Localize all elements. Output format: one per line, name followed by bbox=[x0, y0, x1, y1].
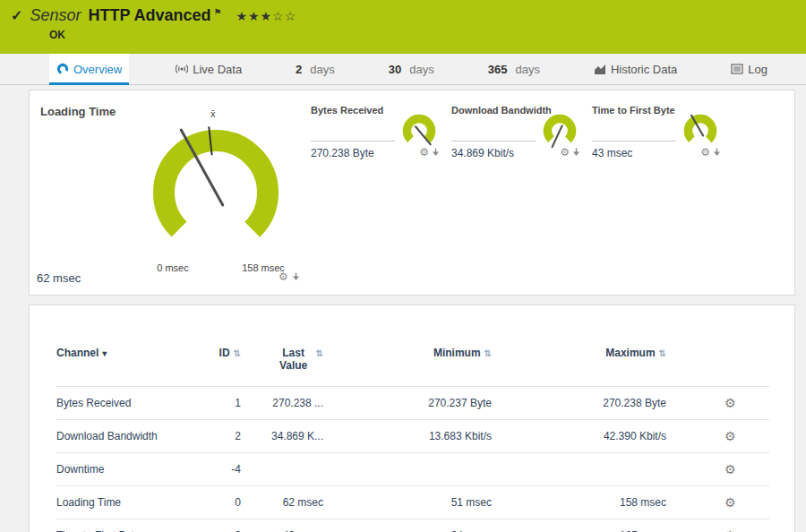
tab-label: Overview bbox=[73, 63, 122, 76]
channel-maximum: 270.238 Byte bbox=[492, 387, 666, 420]
historic-data-chart-icon bbox=[594, 63, 606, 75]
channel-maximum: 42.390 Kbit/s bbox=[492, 420, 666, 453]
gauge-pin-icon[interactable] bbox=[292, 272, 300, 281]
gauge-scale-min: 0 msec bbox=[144, 262, 202, 273]
mini-gauge-value: 43 msec bbox=[592, 147, 632, 159]
col-header-minimum[interactable]: Minimum⇅ bbox=[323, 341, 492, 387]
sensor-header: ✓ Sensor HTTP Advanced ⚑ ★★★☆☆ OK bbox=[0, 0, 806, 54]
channel-id: 1 bbox=[191, 387, 241, 420]
divider bbox=[451, 141, 536, 142]
main-gauge-title: Loading Time bbox=[40, 105, 116, 118]
overview-gauge-icon bbox=[56, 63, 69, 75]
channels-panel: Channel▾ ID⇅ Last Value⇅ Minimum⇅ Maximu… bbox=[29, 305, 795, 532]
channel-name-link[interactable]: Loading Time bbox=[56, 486, 191, 519]
priority-stars[interactable]: ★★★☆☆ bbox=[236, 9, 296, 23]
tab-label: days bbox=[409, 63, 433, 76]
channel-id: 0 bbox=[191, 486, 241, 519]
col-label: Maximum bbox=[605, 347, 655, 359]
col-header-id[interactable]: ID⇅ bbox=[191, 341, 241, 387]
channel-name-link[interactable]: Download Bandwidth bbox=[56, 420, 191, 453]
channel-maximum: 125 msec bbox=[492, 519, 666, 532]
col-header-maximum[interactable]: Maximum⇅ bbox=[492, 341, 666, 387]
mini-gauge-value: 270.238 Byte bbox=[311, 147, 374, 159]
tab-365-days[interactable]: 365 days bbox=[481, 54, 547, 84]
mini-gauge-bytes-received: Bytes Received 270.238 Byte ⚙ bbox=[311, 105, 442, 173]
mini-gauge-tools: ⚙ bbox=[419, 147, 440, 158]
tab-number: 30 bbox=[389, 63, 401, 76]
channel-settings-gear-icon[interactable]: ⚙ bbox=[666, 453, 769, 486]
table-row: Bytes Received 1 270.238 ... 270.237 Byt… bbox=[56, 387, 769, 420]
channel-maximum: 158 msec bbox=[492, 486, 666, 519]
channel-minimum: 13.683 Kbit/s bbox=[323, 420, 492, 453]
channel-maximum bbox=[492, 453, 666, 486]
tab-label: Historic Data bbox=[611, 63, 677, 76]
gauge-pin-icon[interactable] bbox=[572, 148, 580, 157]
mini-gauge-tools: ⚙ bbox=[560, 147, 580, 158]
col-header-last-value[interactable]: Last Value⇅ bbox=[241, 341, 323, 387]
table-header-row: Channel▾ ID⇅ Last Value⇅ Minimum⇅ Maximu… bbox=[56, 341, 769, 387]
mini-gauge-value: 34.869 Kbit/s bbox=[451, 147, 514, 159]
gauge-settings-gear-icon[interactable]: ⚙ bbox=[560, 147, 570, 158]
tab-label: Log bbox=[748, 63, 767, 76]
table-row: Download Bandwidth 2 34.869 K... 13.683 … bbox=[56, 420, 769, 453]
tab-number: 365 bbox=[488, 63, 508, 76]
gauge-settings-gear-icon[interactable]: ⚙ bbox=[279, 271, 288, 282]
channel-last-value: 270.238 ... bbox=[241, 387, 323, 420]
status-ok-check-icon: ✓ bbox=[11, 7, 22, 24]
sensor-title: HTTP Advanced bbox=[88, 6, 210, 25]
channel-name-link[interactable]: Downtime bbox=[56, 453, 191, 486]
channel-settings-gear-icon[interactable]: ⚙ bbox=[666, 420, 769, 453]
table-row: Time to First Byte 3 43 msec 34 msec 125… bbox=[56, 519, 769, 532]
flag-icon[interactable]: ⚑ bbox=[213, 7, 221, 17]
mini-gauge-tools: ⚙ bbox=[700, 147, 721, 158]
sort-icon: ⇅ bbox=[316, 348, 323, 358]
divider bbox=[592, 141, 676, 142]
tab-overview[interactable]: Overview bbox=[49, 54, 129, 84]
tab-label: days bbox=[310, 63, 334, 76]
log-list-icon bbox=[731, 63, 743, 75]
col-header-actions bbox=[666, 341, 769, 387]
tab-historic-data[interactable]: Historic Data bbox=[587, 54, 684, 84]
channel-name-link[interactable]: Time to First Byte bbox=[56, 519, 191, 532]
gauge-pin-icon[interactable] bbox=[432, 148, 440, 157]
col-header-channel[interactable]: Channel▾ bbox=[56, 341, 191, 387]
live-data-broadcast-icon bbox=[176, 63, 188, 75]
tab-live-data[interactable]: Live Data bbox=[168, 54, 249, 84]
gauge-pin-icon[interactable] bbox=[713, 148, 721, 157]
channel-last-value: 62 msec bbox=[241, 486, 323, 519]
tab-30-days[interactable]: 30 days bbox=[382, 54, 442, 84]
gauges-panel: Loading Time x̄ 0 msec 158 msec 62 msec … bbox=[29, 90, 795, 296]
object-kind-label: Sensor bbox=[30, 6, 81, 25]
col-label: Channel bbox=[56, 347, 99, 359]
tab-label: days bbox=[515, 63, 539, 76]
tab-label: Live Data bbox=[193, 63, 242, 76]
mini-gauge-download-bandwidth: Download Bandwidth 34.869 Kbit/s ⚙ bbox=[451, 105, 582, 173]
prtg-sensor-page: ✓ Sensor HTTP Advanced ⚑ ★★★☆☆ OK Overvi… bbox=[0, 0, 806, 532]
table-row: Downtime -4 ⚙ bbox=[56, 453, 769, 486]
mean-marker-label: x̄ bbox=[210, 108, 216, 119]
gauge-settings-gear-icon[interactable]: ⚙ bbox=[419, 147, 429, 158]
gauge-settings-gear-icon[interactable]: ⚙ bbox=[700, 147, 710, 158]
channel-last-value: 43 msec bbox=[241, 519, 323, 532]
channel-minimum: 270.237 Byte bbox=[323, 387, 492, 420]
tab-bar: Overview Live Data 2 days 30 days 365 da… bbox=[0, 54, 806, 85]
channels-table: Channel▾ ID⇅ Last Value⇅ Minimum⇅ Maximu… bbox=[56, 341, 769, 532]
channel-settings-gear-icon[interactable]: ⚙ bbox=[666, 519, 769, 532]
channel-name-link[interactable]: Bytes Received bbox=[56, 387, 191, 420]
sort-desc-icon: ▾ bbox=[102, 348, 107, 358]
tab-2-days[interactable]: 2 days bbox=[288, 54, 342, 84]
main-gauge-value: 62 msec bbox=[37, 271, 81, 285]
channel-id: 3 bbox=[191, 519, 241, 532]
bytes-received-gauge bbox=[399, 108, 440, 150]
sensor-status-badge: OK bbox=[0, 25, 806, 41]
channel-settings-gear-icon[interactable]: ⚙ bbox=[666, 387, 769, 420]
channel-settings-gear-icon[interactable]: ⚙ bbox=[666, 486, 769, 519]
channel-id: -4 bbox=[191, 453, 241, 486]
col-label: Minimum bbox=[433, 347, 481, 359]
sort-icon: ⇅ bbox=[659, 348, 666, 358]
sort-icon: ⇅ bbox=[234, 348, 241, 358]
mini-gauge-time-to-first-byte: Time to First Byte 43 msec ⚙ bbox=[592, 105, 723, 173]
loading-time-gauge: x̄ bbox=[135, 107, 296, 268]
tab-log[interactable]: Log bbox=[724, 54, 775, 84]
channel-last-value: 34.869 K... bbox=[241, 420, 323, 453]
